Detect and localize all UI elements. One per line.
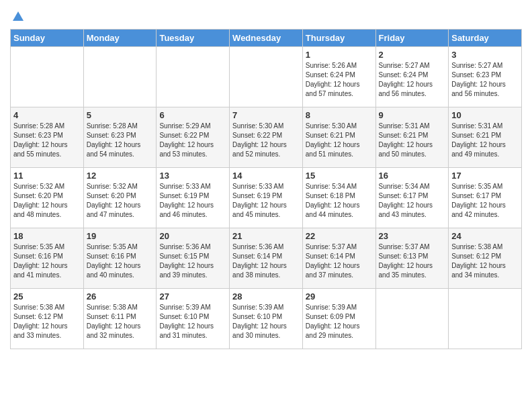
calendar-header-cell: Monday — [83, 29, 157, 46]
day-number: 26 — [87, 291, 154, 302]
calendar-body: 1Sunrise: 5:26 AM Sunset: 6:24 PM Daylig… — [11, 46, 522, 349]
day-info: Sunrise: 5:26 AM Sunset: 6:24 PM Dayligh… — [306, 61, 373, 99]
day-number: 22 — [306, 231, 373, 241]
day-info: Sunrise: 5:28 AM Sunset: 6:23 PM Dayligh… — [87, 122, 154, 159]
day-number: 1 — [306, 50, 373, 60]
day-info: Sunrise: 5:28 AM Sunset: 6:23 PM Dayligh… — [13, 122, 81, 159]
calendar-day-cell: 26Sunrise: 5:38 AM Sunset: 6:11 PM Dayli… — [83, 288, 157, 349]
page-header — [10, 7, 522, 24]
calendar-day-cell — [157, 46, 230, 107]
calendar-day-cell: 13Sunrise: 5:33 AM Sunset: 6:19 PM Dayli… — [157, 167, 230, 228]
day-number: 2 — [379, 50, 446, 60]
day-info: Sunrise: 5:30 AM Sunset: 6:21 PM Dayligh… — [306, 122, 373, 159]
day-number: 19 — [87, 231, 154, 241]
calendar-week-row: 25Sunrise: 5:38 AM Sunset: 6:12 PM Dayli… — [11, 288, 522, 349]
calendar-day-cell: 21Sunrise: 5:36 AM Sunset: 6:14 PM Dayli… — [230, 228, 303, 288]
day-info: Sunrise: 5:32 AM Sunset: 6:20 PM Dayligh… — [87, 182, 154, 220]
day-number: 21 — [232, 231, 300, 241]
calendar-day-cell: 3Sunrise: 5:27 AM Sunset: 6:23 PM Daylig… — [449, 46, 522, 107]
calendar-day-cell: 22Sunrise: 5:37 AM Sunset: 6:14 PM Dayli… — [302, 228, 375, 288]
logo — [10, 9, 25, 24]
day-number: 4 — [13, 110, 81, 120]
day-info: Sunrise: 5:27 AM Sunset: 6:23 PM Dayligh… — [451, 61, 519, 99]
calendar-day-cell: 18Sunrise: 5:35 AM Sunset: 6:16 PM Dayli… — [11, 228, 84, 288]
day-number: 11 — [13, 171, 81, 181]
calendar-header-cell: Tuesday — [157, 29, 230, 46]
calendar-week-row: 11Sunrise: 5:32 AM Sunset: 6:20 PM Dayli… — [11, 167, 522, 228]
day-info: Sunrise: 5:30 AM Sunset: 6:22 PM Dayligh… — [232, 122, 300, 159]
calendar-day-cell: 16Sunrise: 5:34 AM Sunset: 6:17 PM Dayli… — [375, 167, 449, 228]
calendar-day-cell — [230, 46, 303, 107]
calendar-day-cell: 10Sunrise: 5:31 AM Sunset: 6:21 PM Dayli… — [449, 107, 522, 167]
calendar-day-cell — [375, 288, 449, 349]
calendar-header-cell: Saturday — [449, 29, 522, 46]
day-number: 27 — [159, 291, 226, 302]
day-info: Sunrise: 5:39 AM Sunset: 6:09 PM Dayligh… — [306, 303, 373, 340]
day-number: 20 — [159, 231, 226, 241]
day-number: 17 — [451, 171, 519, 181]
calendar-day-cell: 2Sunrise: 5:27 AM Sunset: 6:24 PM Daylig… — [375, 46, 449, 107]
calendar-week-row: 18Sunrise: 5:35 AM Sunset: 6:16 PM Dayli… — [11, 228, 522, 288]
day-number: 5 — [87, 110, 154, 120]
calendar-week-row: 1Sunrise: 5:26 AM Sunset: 6:24 PM Daylig… — [11, 46, 522, 107]
day-info: Sunrise: 5:36 AM Sunset: 6:14 PM Dayligh… — [232, 242, 300, 280]
day-info: Sunrise: 5:29 AM Sunset: 6:22 PM Dayligh… — [159, 122, 226, 159]
day-number: 15 — [306, 171, 373, 181]
day-number: 10 — [451, 110, 519, 120]
day-number: 16 — [379, 171, 446, 181]
calendar-day-cell: 19Sunrise: 5:35 AM Sunset: 6:16 PM Dayli… — [83, 228, 157, 288]
day-number: 3 — [451, 50, 519, 60]
day-info: Sunrise: 5:27 AM Sunset: 6:24 PM Dayligh… — [379, 61, 446, 99]
calendar-day-cell: 6Sunrise: 5:29 AM Sunset: 6:22 PM Daylig… — [157, 107, 230, 167]
svg-marker-0 — [13, 11, 24, 21]
day-info: Sunrise: 5:31 AM Sunset: 6:21 PM Dayligh… — [379, 122, 446, 159]
calendar-day-cell: 29Sunrise: 5:39 AM Sunset: 6:09 PM Dayli… — [302, 288, 375, 349]
calendar-day-cell — [83, 46, 157, 107]
day-info: Sunrise: 5:35 AM Sunset: 6:17 PM Dayligh… — [451, 182, 519, 220]
calendar-day-cell: 15Sunrise: 5:34 AM Sunset: 6:18 PM Dayli… — [302, 167, 375, 228]
logo-general — [10, 9, 25, 24]
day-number: 13 — [159, 171, 226, 181]
day-number: 18 — [13, 231, 81, 241]
calendar-day-cell: 4Sunrise: 5:28 AM Sunset: 6:23 PM Daylig… — [11, 107, 84, 167]
day-info: Sunrise: 5:38 AM Sunset: 6:12 PM Dayligh… — [13, 303, 81, 340]
day-info: Sunrise: 5:34 AM Sunset: 6:18 PM Dayligh… — [306, 182, 373, 220]
day-info: Sunrise: 5:34 AM Sunset: 6:17 PM Dayligh… — [379, 182, 446, 220]
calendar-day-cell: 17Sunrise: 5:35 AM Sunset: 6:17 PM Dayli… — [449, 167, 522, 228]
day-info: Sunrise: 5:37 AM Sunset: 6:13 PM Dayligh… — [379, 242, 446, 280]
calendar-day-cell: 23Sunrise: 5:37 AM Sunset: 6:13 PM Dayli… — [375, 228, 449, 288]
calendar-header-cell: Sunday — [11, 29, 84, 46]
calendar-day-cell: 5Sunrise: 5:28 AM Sunset: 6:23 PM Daylig… — [83, 107, 157, 167]
calendar-header-cell: Thursday — [302, 29, 375, 46]
calendar-header-row: SundayMondayTuesdayWednesdayThursdayFrid… — [11, 29, 522, 46]
calendar-day-cell: 27Sunrise: 5:39 AM Sunset: 6:10 PM Dayli… — [157, 288, 230, 349]
day-info: Sunrise: 5:39 AM Sunset: 6:10 PM Dayligh… — [159, 303, 226, 340]
calendar-day-cell: 14Sunrise: 5:33 AM Sunset: 6:19 PM Dayli… — [230, 167, 303, 228]
day-info: Sunrise: 5:39 AM Sunset: 6:10 PM Dayligh… — [232, 303, 300, 340]
calendar-day-cell: 28Sunrise: 5:39 AM Sunset: 6:10 PM Dayli… — [230, 288, 303, 349]
calendar-day-cell: 11Sunrise: 5:32 AM Sunset: 6:20 PM Dayli… — [11, 167, 84, 228]
calendar-header-cell: Wednesday — [230, 29, 303, 46]
day-info: Sunrise: 5:33 AM Sunset: 6:19 PM Dayligh… — [159, 182, 226, 220]
day-number: 14 — [232, 171, 300, 181]
day-info: Sunrise: 5:37 AM Sunset: 6:14 PM Dayligh… — [306, 242, 373, 280]
day-number: 25 — [13, 291, 81, 302]
calendar-day-cell: 7Sunrise: 5:30 AM Sunset: 6:22 PM Daylig… — [230, 107, 303, 167]
day-number: 23 — [379, 231, 446, 241]
day-number: 7 — [232, 110, 300, 120]
calendar-day-cell — [449, 288, 522, 349]
calendar-week-row: 4Sunrise: 5:28 AM Sunset: 6:23 PM Daylig… — [11, 107, 522, 167]
day-number: 28 — [232, 291, 300, 302]
day-number: 9 — [379, 110, 446, 120]
calendar-day-cell: 1Sunrise: 5:26 AM Sunset: 6:24 PM Daylig… — [302, 46, 375, 107]
day-info: Sunrise: 5:35 AM Sunset: 6:16 PM Dayligh… — [87, 242, 154, 280]
day-number: 6 — [159, 110, 226, 120]
calendar-day-cell: 25Sunrise: 5:38 AM Sunset: 6:12 PM Dayli… — [11, 288, 84, 349]
calendar: SundayMondayTuesdayWednesdayThursdayFrid… — [10, 29, 522, 349]
calendar-day-cell: 9Sunrise: 5:31 AM Sunset: 6:21 PM Daylig… — [375, 107, 449, 167]
calendar-day-cell: 24Sunrise: 5:38 AM Sunset: 6:12 PM Dayli… — [449, 228, 522, 288]
day-number: 12 — [87, 171, 154, 181]
day-number: 24 — [451, 231, 519, 241]
day-info: Sunrise: 5:31 AM Sunset: 6:21 PM Dayligh… — [451, 122, 519, 159]
calendar-day-cell: 8Sunrise: 5:30 AM Sunset: 6:21 PM Daylig… — [302, 107, 375, 167]
